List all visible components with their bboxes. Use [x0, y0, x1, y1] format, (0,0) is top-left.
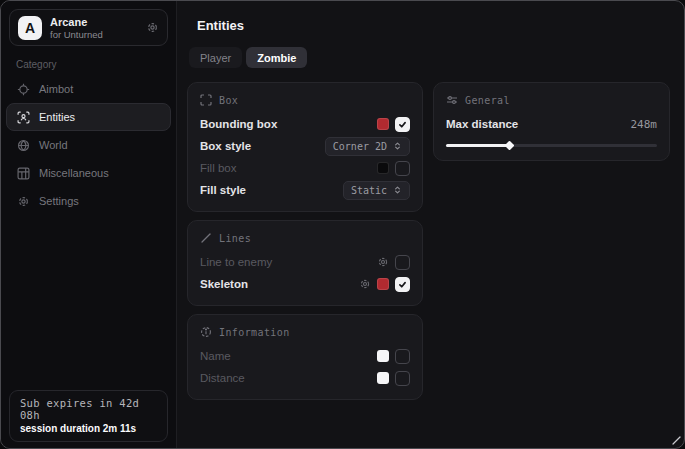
sidebar-nav: Aimbot Entities World	[1, 75, 176, 215]
setting-label: Skeleton	[200, 278, 248, 290]
scan-icon	[17, 111, 30, 124]
card-title: General	[465, 95, 510, 106]
setting-label: Fill style	[200, 184, 246, 196]
general-card-header: General	[446, 94, 657, 106]
slider-fill	[446, 144, 509, 147]
app-window: A Arcane for Unturned Category Aimbot	[0, 0, 685, 449]
color-swatch[interactable]	[377, 350, 389, 362]
sidebar: A Arcane for Unturned Category Aimbot	[1, 1, 177, 448]
color-swatch[interactable]	[377, 118, 389, 130]
checkbox-unchecked[interactable]	[395, 349, 410, 364]
grid-icon	[17, 167, 30, 180]
globe-icon	[17, 139, 30, 152]
box-card: Box Bounding box Box style	[187, 82, 423, 212]
max-distance-slider[interactable]	[446, 141, 657, 150]
content-area: Box Bounding box Box style	[187, 82, 670, 400]
page-title: Entities	[197, 18, 670, 33]
gear-icon[interactable]	[146, 21, 159, 34]
color-swatch[interactable]	[377, 278, 389, 290]
setting-row-fill-box: Fill box	[200, 157, 410, 179]
lines-card: Lines Line to enemy	[187, 220, 423, 306]
color-swatch[interactable]	[377, 372, 389, 384]
right-column: General Max distance 248m	[433, 82, 670, 161]
sidebar-item-label: Entities	[39, 111, 75, 123]
setting-label: Max distance	[446, 118, 518, 130]
info-icon	[200, 326, 212, 338]
setting-label: Fill box	[200, 162, 236, 174]
general-card: General Max distance 248m	[433, 82, 670, 161]
main-panel: Entities Player Zombie Box	[177, 1, 684, 448]
left-column: Box Bounding box Box style	[187, 82, 423, 400]
box-style-dropdown[interactable]: Corner 2D	[325, 137, 410, 156]
setting-row-name: Name	[200, 345, 410, 367]
box-card-header: Box	[200, 94, 410, 106]
gear-icon	[17, 195, 30, 208]
information-card-header: Information	[200, 326, 410, 338]
gear-icon[interactable]	[377, 256, 389, 268]
setting-row-distance: Distance	[200, 367, 410, 389]
setting-row-skeleton: Skeleton	[200, 273, 410, 295]
sidebar-item-world[interactable]: World	[6, 131, 171, 159]
chevron-updown-icon	[393, 185, 402, 195]
sidebar-item-label: Settings	[39, 195, 79, 207]
card-title: Information	[219, 327, 290, 338]
max-distance-value: 248m	[631, 118, 658, 131]
sliders-icon	[446, 94, 458, 106]
setting-label: Line to enemy	[200, 256, 272, 268]
card-title: Box	[219, 95, 238, 106]
sidebar-item-label: Miscellaneous	[39, 167, 109, 179]
sub-expires-text: Sub expires in 42d 08h	[20, 397, 157, 421]
sidebar-item-aimbot[interactable]: Aimbot	[6, 75, 171, 103]
color-swatch[interactable]	[377, 162, 389, 174]
fill-style-dropdown[interactable]: Static	[343, 181, 410, 200]
setting-label: Distance	[200, 372, 245, 384]
sidebar-item-miscellaneous[interactable]: Miscellaneous	[6, 159, 171, 187]
checkbox-checked[interactable]	[395, 117, 410, 132]
setting-label: Box style	[200, 140, 251, 152]
slider-thumb[interactable]	[505, 141, 515, 151]
sidebar-item-settings[interactable]: Settings	[6, 187, 171, 215]
bounding-box-icon	[200, 94, 212, 106]
crosshair-icon	[17, 83, 30, 96]
checkbox-unchecked[interactable]	[395, 255, 410, 270]
app-header: A Arcane for Unturned	[9, 9, 168, 46]
app-subtitle: for Unturned	[50, 29, 103, 40]
setting-row-line-to-enemy: Line to enemy	[200, 251, 410, 273]
resize-handle-icon[interactable]	[671, 435, 681, 445]
setting-label: Name	[200, 350, 231, 362]
setting-row-max-distance: Max distance 248m	[446, 113, 657, 135]
tab-zombie[interactable]: Zombie	[246, 47, 307, 68]
dropdown-value: Static	[351, 185, 387, 196]
setting-label: Bounding box	[200, 118, 277, 130]
setting-row-bounding-box: Bounding box	[200, 113, 410, 135]
sidebar-item-label: Aimbot	[39, 83, 73, 95]
information-card: Information Name Distance	[187, 314, 423, 400]
tab-bar: Player Zombie	[189, 47, 670, 68]
app-title-block: Arcane for Unturned	[50, 16, 103, 40]
sidebar-item-label: World	[39, 139, 68, 151]
checkbox-unchecked[interactable]	[395, 371, 410, 386]
gear-icon[interactable]	[359, 278, 371, 290]
tab-player[interactable]: Player	[189, 47, 242, 68]
card-title: Lines	[219, 233, 251, 244]
setting-row-fill-style: Fill style Static	[200, 179, 410, 201]
lines-card-header: Lines	[200, 232, 410, 244]
chevron-updown-icon	[393, 141, 402, 151]
diagonal-line-icon	[200, 232, 212, 244]
checkbox-unchecked[interactable]	[395, 161, 410, 176]
session-duration-text: session duration 2m 11s	[20, 423, 157, 434]
app-name: Arcane	[50, 16, 103, 28]
setting-row-box-style: Box style Corner 2D	[200, 135, 410, 157]
dropdown-value: Corner 2D	[333, 141, 387, 152]
app-logo: A	[18, 16, 42, 40]
subscription-status-card: Sub expires in 42d 08h session duration …	[9, 390, 168, 442]
checkbox-checked[interactable]	[395, 277, 410, 292]
sidebar-item-entities[interactable]: Entities	[6, 103, 171, 131]
category-label: Category	[16, 59, 176, 70]
